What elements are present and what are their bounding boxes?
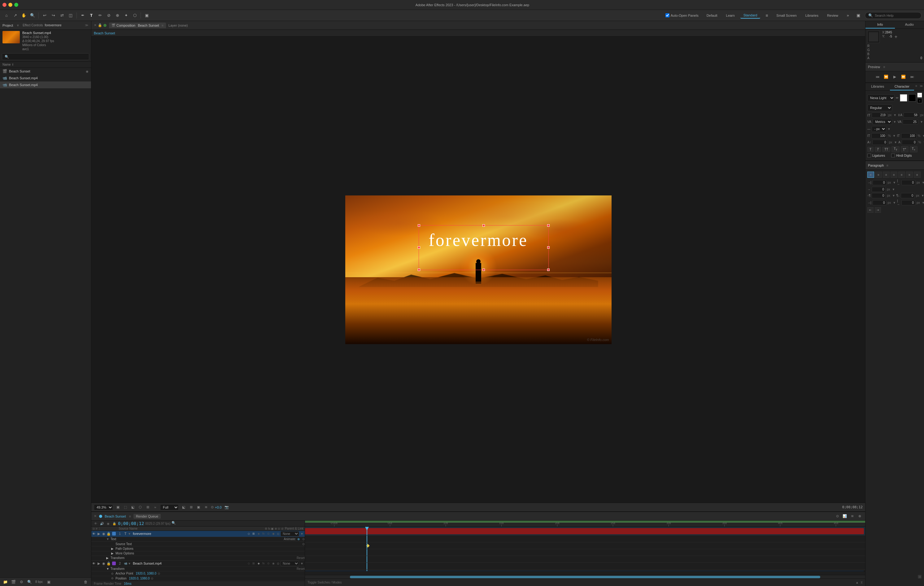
space-after-input[interactable] — [901, 193, 915, 198]
fmt-btn-all-caps[interactable]: TT — [882, 147, 890, 152]
sel-handle-br[interactable] — [547, 269, 549, 271]
sel-handle-tm[interactable] — [482, 224, 485, 227]
parent-link-icon-2[interactable]: ⊙ — [277, 562, 279, 565]
monitor-icon[interactable]: ▣ — [143, 12, 151, 20]
track-row-1[interactable] — [305, 527, 865, 535]
justify-center-btn[interactable]: ≡ — [898, 172, 905, 178]
layer-row-1[interactable]: 👁 ▶ ◉ 🔒 1 T ▼ forevermore ◇ ⊞ ◈ — [91, 531, 305, 537]
workspace-menu-icon[interactable]: ≡ — [763, 12, 771, 20]
expand-transform-2[interactable]: ▼ — [106, 567, 111, 571]
parent-dropdown-2[interactable]: ▼ — [300, 562, 304, 565]
prev-play[interactable]: ▶ — [892, 74, 898, 80]
font-size-input[interactable] — [872, 112, 887, 118]
fmt-btn-superscript[interactable]: T+ — [901, 146, 909, 152]
pen-icon[interactable]: ✒ — [79, 12, 87, 20]
switch-mb-2[interactable]: ⊙ — [266, 561, 271, 566]
parent-select-1[interactable]: None — [280, 531, 299, 536]
paragraph-menu[interactable]: ≡ — [886, 163, 888, 167]
char-fill-color[interactable] — [900, 94, 907, 102]
extra-input-1[interactable] — [873, 200, 886, 205]
more-workspaces-icon[interactable]: » — [844, 12, 852, 20]
workspace-learn[interactable]: Learn — [723, 13, 738, 18]
expand-icon[interactable]: ≫ — [85, 23, 89, 27]
tsume-input[interactable] — [902, 140, 917, 145]
ligatures-checkbox[interactable] — [867, 154, 871, 157]
panel-toggle-icon[interactable]: ▣ — [854, 12, 862, 20]
parent-link-icon[interactable]: ⊙ — [277, 532, 279, 535]
switch-shy-2[interactable]: ◇ — [246, 561, 251, 566]
fmt-btn-regular-t[interactable]: T — [867, 147, 873, 152]
h-scale-dropdown[interactable]: ▼ — [893, 134, 896, 137]
tracking-select[interactable]: Metrics — [873, 119, 892, 125]
auto-open-panels-checkbox[interactable] — [665, 13, 670, 17]
comp-lock-icon[interactable]: 🔒 — [98, 23, 102, 27]
rotate-fwd-icon[interactable]: ↪ — [49, 12, 57, 20]
indent-right-dropdown[interactable]: ▼ — [922, 181, 924, 184]
prop-reset-1[interactable]: Reset — [297, 556, 305, 560]
text-link-icon[interactable]: ⊙ — [302, 537, 305, 541]
anchor-stopwatch[interactable]: ⊙ — [111, 572, 116, 575]
auto-lead-btn-2[interactable]: ⇥ — [875, 207, 881, 213]
extra-input-2[interactable] — [901, 200, 915, 205]
fmt-btn-subscript[interactable]: T+ — [910, 146, 917, 152]
layer-expand-1[interactable]: ▼ — [128, 532, 133, 535]
prev-back-frame[interactable]: ⏪ — [883, 74, 889, 80]
expand-path-icon[interactable]: ▶ — [111, 547, 116, 550]
layer-audio-2[interactable]: ▶ — [96, 561, 101, 566]
switch-fx-2[interactable]: fx — [261, 561, 266, 566]
sel-handle-mr[interactable] — [547, 246, 549, 249]
layer-solo-2[interactable]: ◉ — [101, 561, 106, 566]
tl-close-icon[interactable]: ✕ — [94, 514, 97, 518]
indent-first-dropdown[interactable]: ▼ — [892, 188, 895, 191]
breadcrumb-link[interactable]: Beach Sunset — [94, 31, 115, 35]
tl-search-icon[interactable]: 🔍 — [172, 521, 177, 526]
tl-ctrl-lock[interactable]: 🔒 — [112, 521, 117, 526]
composition-viewport[interactable]: forevermore © FileInfo.com — [91, 36, 865, 503]
kerning-input[interactable] — [903, 119, 918, 124]
baseline-dropdown[interactable]: ▼ — [894, 140, 897, 144]
quality-select[interactable]: Full — [160, 504, 179, 510]
font-select[interactable]: Nexa Light — [867, 94, 894, 101]
sel-handle-tl[interactable] — [418, 224, 420, 227]
tab-audio[interactable]: Audio — [895, 21, 924, 28]
justify-right-btn[interactable]: ≡ — [906, 172, 913, 178]
source-link-icon[interactable]: ⊙ — [302, 542, 305, 546]
parent-dropdown[interactable]: ▼ — [300, 532, 304, 535]
puppet-icon[interactable]: ✦ — [122, 12, 130, 20]
transparency-icon[interactable]: ⬚ — [122, 504, 129, 510]
v-scale-input[interactable] — [901, 133, 917, 139]
position-stopwatch[interactable]: ⊙ — [111, 577, 116, 580]
v-scale-dropdown[interactable]: ▼ — [922, 134, 924, 137]
tl-solo-icon[interactable]: ⊕ — [856, 513, 863, 519]
tl-scroll-bar[interactable] — [305, 575, 865, 579]
channel-icon[interactable]: ▣ — [195, 504, 201, 510]
switch-3d[interactable]: ◉ — [271, 532, 276, 536]
sel-handle-bm[interactable] — [482, 269, 485, 271]
layer-lock-1[interactable]: 🔒 — [106, 532, 111, 536]
layer-vis-1[interactable]: 👁 — [91, 531, 96, 536]
stamp-icon[interactable]: ⊘ — [105, 12, 113, 20]
expand-text-icon[interactable]: ▼ — [106, 537, 111, 541]
kerning-dropdown[interactable]: ▼ — [920, 120, 923, 124]
zoom-icon[interactable]: 🔍 — [28, 12, 36, 20]
project-thumbnail-item[interactable]: Beach Sunset.mp4 3840 x 2160 (1.00) Δ 0;… — [0, 30, 91, 52]
spacing-dropdown[interactable]: ▼ — [888, 127, 891, 131]
preview-menu[interactable]: ≡ — [883, 65, 885, 69]
layer-audio-1[interactable]: ▶ — [96, 532, 101, 536]
comp-tab-menu[interactable]: ≡ — [162, 23, 163, 27]
h-scale-input[interactable] — [871, 133, 887, 139]
char-panel-expand[interactable]: ≫ — [918, 83, 924, 91]
list-item[interactable]: 🎬 Beach Sunset ◉ — [0, 68, 91, 75]
shape-icon[interactable]: ⬡ — [131, 12, 139, 20]
tl-scroll-thumb[interactable] — [350, 576, 820, 578]
tl-motion-icon[interactable]: ▲ — [856, 581, 859, 584]
project-settings-icon[interactable]: ⚙ — [18, 579, 25, 585]
prop-reset-2[interactable]: Reset — [297, 567, 305, 571]
camera-icon[interactable]: 📷 — [224, 504, 230, 510]
tl-flow-icon[interactable]: ≋ — [849, 513, 855, 519]
home-icon[interactable]: ⌂ — [2, 12, 10, 20]
hindi-digits-checkbox[interactable] — [891, 154, 895, 157]
tl-time-display[interactable]: 0;00;08;12 — [118, 521, 144, 526]
workspace-small-screen[interactable]: Small Screen — [773, 13, 800, 18]
eraser-icon[interactable]: ⊕ — [113, 12, 121, 20]
